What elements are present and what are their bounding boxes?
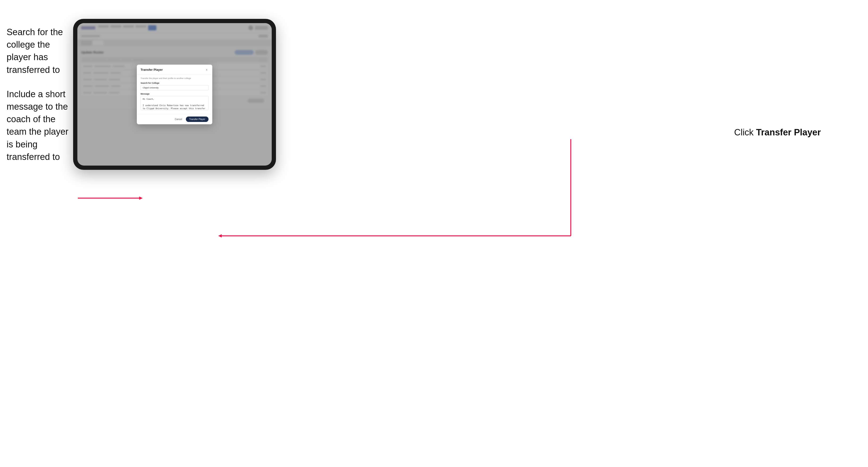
tablet-screen: Update Roster (78, 23, 272, 165)
modal-body: Transfer the player and their profile to… (137, 74, 212, 114)
message-label: Message (141, 93, 209, 95)
modal-header: Transfer Player × (137, 65, 212, 74)
modal-footer: Cancel Transfer Player (137, 114, 212, 124)
svg-marker-1 (139, 196, 143, 200)
annotation-right: Click Transfer Player (734, 127, 821, 137)
cancel-button[interactable]: Cancel (173, 117, 184, 122)
message-textarea[interactable]: Hi Coach, I understand Chris Robertson h… (141, 96, 209, 110)
tablet-frame: Update Roster (73, 19, 276, 170)
annotation-transfer-player-text: Transfer Player (756, 127, 821, 137)
svg-marker-4 (218, 234, 222, 238)
search-college-label: Search for College (141, 82, 209, 84)
annotation-click-prefix: Click (734, 127, 756, 137)
annotation-search-text: Search for the college the player has tr… (7, 26, 73, 76)
close-icon[interactable]: × (205, 68, 209, 72)
transfer-player-button[interactable]: Transfer Player (186, 117, 209, 122)
search-college-input[interactable] (141, 85, 209, 90)
transfer-player-modal: Transfer Player × Transfer the player an… (137, 65, 212, 124)
modal-description: Transfer the player and their profile to… (141, 77, 209, 80)
annotation-message-text: Include a short message to the coach of … (7, 88, 73, 163)
modal-title: Transfer Player (141, 68, 163, 71)
annotation-left: Search for the college the player has tr… (7, 26, 73, 175)
modal-overlay: Transfer Player × Transfer the player an… (78, 23, 272, 165)
